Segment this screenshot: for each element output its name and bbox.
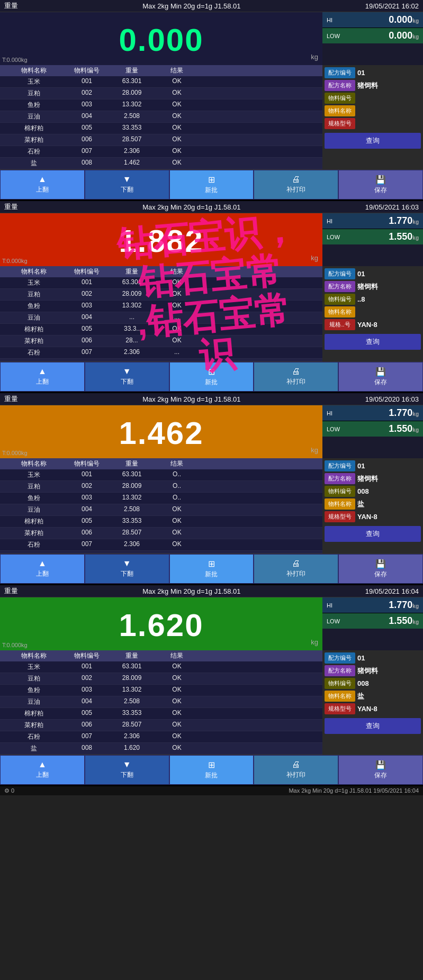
info-label: 物料编号 xyxy=(325,93,355,104)
toolbar-btn-1[interactable]: ▲上翻 xyxy=(0,362,85,392)
table-header: 物料名称物料编号重量结果 xyxy=(0,266,322,277)
table-row: 棉籽粕00533.3..OK xyxy=(0,324,322,335)
toolbar-btn-2[interactable]: ▼下翻 xyxy=(85,362,169,392)
table-row: 鱼粉00313.302O.. xyxy=(0,493,322,504)
table-cell: O.. xyxy=(156,482,198,491)
table-cell: 2.508 xyxy=(108,505,156,514)
info-label: 物料编号 xyxy=(325,294,355,305)
toolbar-btn-4[interactable]: 🖨补打印 xyxy=(254,755,338,785)
toolbar-btn-1[interactable]: ▲上翻 xyxy=(0,554,85,584)
status-left: ⚙ 0 xyxy=(4,787,14,794)
info-row-2: 物料编号 ..8 xyxy=(325,294,421,305)
toolbar-label: 保存 xyxy=(374,186,387,195)
toolbar-btn-3[interactable]: ⊞新批 xyxy=(169,755,254,785)
panel-panel2: 重量 Max 2kg Min 20g d=1g J1.58.01 19/05/2… xyxy=(0,201,423,393)
table-cell: 28.507 xyxy=(108,529,156,538)
table-cell: 2.306 xyxy=(108,540,156,549)
query-button[interactable]: 查询 xyxy=(325,526,421,542)
table-cell: 004 xyxy=(66,313,108,322)
table-cell: 鱼粉 xyxy=(2,494,66,503)
weight-low-row: LOW 1.550kg xyxy=(322,229,423,244)
table-cell: 002 xyxy=(66,674,108,683)
table-row: 鱼粉00313.302OK xyxy=(0,301,322,312)
table-cell: OK xyxy=(156,732,198,741)
table-header-0: 物料名称 xyxy=(2,651,66,660)
content-area: 物料名称物料编号重量结果玉米00163.301O..豆粕00228.009O..… xyxy=(0,458,423,553)
query-button[interactable]: 查询 xyxy=(325,133,421,149)
info-label: 配方名称 xyxy=(325,80,355,91)
weight-value: 0.000 xyxy=(0,12,322,58)
toolbar-btn-5[interactable]: 💾保存 xyxy=(338,362,423,392)
table-row: 玉米00163.301OK xyxy=(0,661,322,673)
info-label: 物料名称 xyxy=(325,691,355,702)
info-row-4: 规格型号 YAN-8 xyxy=(325,703,421,714)
table-cell: 007 xyxy=(66,348,108,357)
hi-value: 1.770kg xyxy=(389,215,419,226)
table-cell: OK xyxy=(156,89,198,98)
toolbar-icon: ▼ xyxy=(123,760,131,769)
top-bar-center: Max 2kg Min 20g d=1g J1.58.01 xyxy=(142,203,240,211)
toolbar-btn-5[interactable]: 💾保存 xyxy=(338,755,423,785)
info-row-1: 配方名称 猪饲料 xyxy=(325,473,421,484)
info-label: 物料名称 xyxy=(325,105,355,116)
info-value: 盐 xyxy=(357,692,364,701)
toolbar-btn-5[interactable]: 💾保存 xyxy=(338,170,423,199)
toolbar-icon: ▼ xyxy=(123,559,131,568)
query-button[interactable]: 查询 xyxy=(325,718,421,734)
table-section: 物料名称物料编号重量结果玉米00163.301OK豆粕00228.009OK鱼粉… xyxy=(0,650,322,755)
toolbar-label: 上翻 xyxy=(36,770,49,779)
table-cell: 007 xyxy=(66,732,108,741)
right-panel: 配方编号 01 配方名称 猪饲料 物料编号 ..8 物料名称 规格..号 YAN… xyxy=(322,266,423,361)
top-bar-right: 19/05/2021 16:04 xyxy=(365,587,419,595)
info-label: 物料编号 xyxy=(325,678,355,689)
weight-unit: kg xyxy=(311,53,318,61)
toolbar-btn-2[interactable]: ▼下翻 xyxy=(85,755,169,785)
toolbar-btn-4[interactable]: 🖨补打印 xyxy=(254,554,338,584)
info-value: YAN-8 xyxy=(357,513,377,521)
toolbar: ▲上翻▼下翻⊞新批🖨补打印💾保存 xyxy=(0,755,423,785)
top-bar-right: 19/05/2021 16:02 xyxy=(365,2,419,10)
toolbar-icon: 💾 xyxy=(375,760,386,770)
table-cell: 003 xyxy=(66,686,108,695)
toolbar-btn-4[interactable]: 🖨补打印 xyxy=(254,170,338,199)
table-row: 豆粕00228.009OK xyxy=(0,88,322,99)
table-cell: 008 xyxy=(66,744,108,753)
table-header-3: 结果 xyxy=(156,459,198,468)
table-cell: 豆粕 xyxy=(2,290,66,299)
toolbar-btn-4[interactable]: 🖨补打印 xyxy=(254,362,338,392)
table-cell: 002 xyxy=(66,89,108,98)
toolbar-btn-1[interactable]: ▲上翻 xyxy=(0,755,85,785)
query-button[interactable]: 查询 xyxy=(325,334,421,350)
table-row xyxy=(0,551,322,553)
toolbar-btn-2[interactable]: ▼下翻 xyxy=(85,170,169,199)
toolbar-btn-3[interactable]: ⊞新批 xyxy=(169,170,254,199)
table-header-3: 结果 xyxy=(156,66,198,75)
table-cell: 002 xyxy=(66,482,108,491)
hi-label: HI xyxy=(327,602,332,609)
table-cell: 玉米 xyxy=(2,278,66,287)
tare-label: T:0.000kg xyxy=(2,642,28,648)
toolbar-btn-3[interactable]: ⊞新批 xyxy=(169,362,254,392)
toolbar-btn-5[interactable]: 💾保存 xyxy=(338,554,423,584)
info-value: YAN-8 xyxy=(357,321,377,329)
toolbar-btn-2[interactable]: ▼下翻 xyxy=(85,554,169,584)
toolbar-label: 下翻 xyxy=(121,770,133,779)
low-label: LOW xyxy=(327,426,340,432)
table-row: 玉米00163.301OK xyxy=(0,277,322,289)
table-cell: 008 xyxy=(66,159,108,168)
table-cell: 003 xyxy=(66,302,108,311)
table-cell: 005 xyxy=(66,517,108,526)
table-row: 石粉0072.306... xyxy=(0,347,322,359)
hi-label: HI xyxy=(327,410,332,416)
top-bar-left: 重量 xyxy=(4,586,18,596)
toolbar-btn-3[interactable]: ⊞新批 xyxy=(169,554,254,584)
table-cell: 005 xyxy=(66,325,108,334)
table-cell: 28.507 xyxy=(108,721,156,730)
panel-panel4: 重量 Max 2kg Min 20g d=1g J1.58.01 19/05/2… xyxy=(0,585,423,786)
toolbar-label: 新批 xyxy=(205,771,218,780)
panel-panel3: 重量 Max 2kg Min 20g d=1g J1.58.01 19/05/2… xyxy=(0,393,423,585)
right-panel: 配方编号 01 配方名称 猪饲料 物料编号 008 物料名称 盐 规格型号 YA… xyxy=(322,650,423,755)
toolbar-btn-1[interactable]: ▲上翻 xyxy=(0,170,85,199)
table-cell: 2.508 xyxy=(108,697,156,706)
weight-value: 1.620 xyxy=(0,597,322,643)
